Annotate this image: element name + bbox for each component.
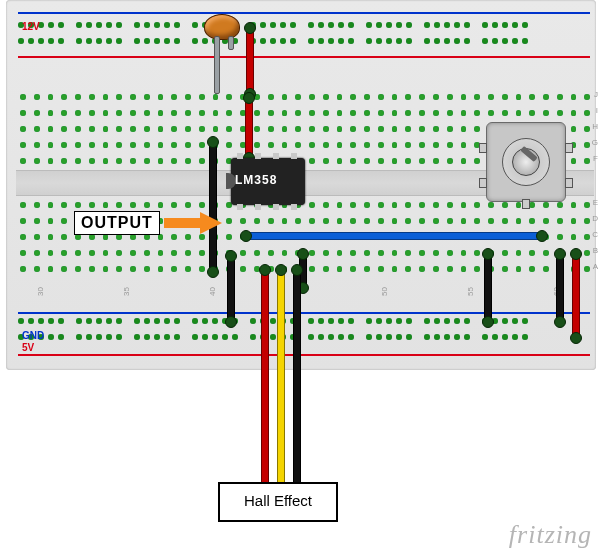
wire-red-hall-vcc (261, 268, 269, 488)
wire-end (482, 316, 494, 328)
output-label: OUTPUT (74, 211, 160, 235)
wire-end (275, 264, 287, 276)
row-F: F (593, 154, 598, 163)
row-G: G (592, 138, 598, 147)
wire-red-top (246, 26, 254, 94)
output-arrow-icon (164, 214, 222, 232)
wire-end (297, 248, 309, 260)
wire-end (207, 266, 219, 278)
field-row-J (18, 92, 592, 102)
fritzing-watermark: fritzing (509, 520, 592, 550)
wire-end (225, 316, 237, 328)
wire-black-output (209, 140, 217, 272)
wire-end (536, 230, 548, 242)
wire-red-pot-5v (572, 252, 580, 338)
wire-end (243, 92, 255, 104)
wire-end (240, 230, 252, 242)
wire-black-pot-g2 (556, 252, 564, 322)
capacitor-lead-left (214, 36, 220, 94)
row-B: B (593, 246, 598, 255)
wire-black-pot-g1 (484, 252, 492, 322)
row-C: C (592, 230, 598, 239)
wire-black-ic-gnd (227, 254, 235, 322)
wire-blue-output (244, 232, 542, 240)
bot-rail-row-a (18, 318, 592, 328)
wire-end (570, 248, 582, 260)
col-55: 55 (466, 287, 475, 296)
wire-end (225, 250, 237, 262)
hall-effect-box: Hall Effect (218, 482, 338, 522)
rail-label-gnd: GND (22, 330, 44, 341)
ceramic-capacitor (204, 14, 240, 40)
col-40: 40 (208, 287, 217, 296)
col-30: 30 (36, 287, 45, 296)
row-E: E (593, 198, 598, 207)
row-D: D (592, 214, 598, 223)
top-rail-pos-line (18, 56, 590, 58)
row-A: A (593, 262, 598, 271)
wire-end (554, 316, 566, 328)
wire-end (570, 332, 582, 344)
wire-end (554, 248, 566, 260)
wire-end (482, 248, 494, 260)
col-50: 50 (380, 287, 389, 296)
row-J: J (594, 90, 598, 99)
wire-end (291, 264, 303, 276)
bot-rail-row-b (18, 334, 592, 344)
top-rail-row-b (18, 38, 592, 48)
rail-label-5v: 5V (22, 342, 34, 353)
wire-yellow-hall-sig (277, 268, 285, 488)
potentiometer (486, 122, 566, 202)
capacitor-lead-right (228, 36, 234, 50)
row-H: H (592, 122, 598, 131)
wire-red-ic-vcc (245, 96, 253, 158)
top-rail-neg-line (18, 12, 590, 14)
bot-rail-neg-line (18, 312, 590, 314)
wire-end (207, 136, 219, 148)
col-35: 35 (122, 287, 131, 296)
wire-end (259, 264, 271, 276)
top-rail-row-a (18, 22, 592, 32)
bot-rail-pos-line (18, 354, 590, 356)
fritzing-breadboard-diagram: 12V GND 5V 30 35 40 45 50 55 60 J I H G … (0, 0, 600, 556)
wire-black-hall-gnd (293, 268, 301, 488)
row-I: I (596, 106, 598, 115)
ic-label: LM358 (235, 173, 277, 187)
field-row-I (18, 108, 592, 118)
wire-end (244, 22, 256, 34)
rail-label-12v: 12V (22, 21, 40, 32)
